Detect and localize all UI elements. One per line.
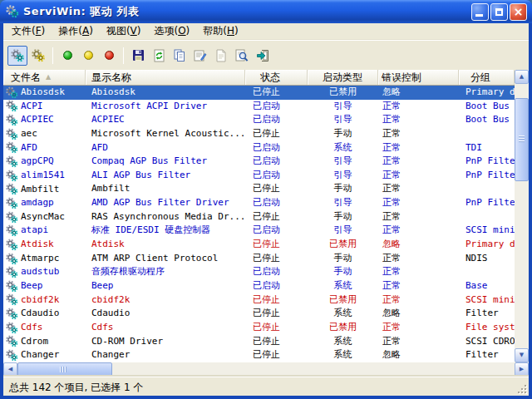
driver-gears-icon: [5, 349, 18, 362]
scroll-down-icon[interactable]: ▼: [515, 348, 529, 362]
table-row[interactable]: ChangerChanger已停止系统忽略Filter: [3, 348, 515, 362]
driver-error-control: 正常: [378, 182, 459, 196]
driver-status: 已停止: [245, 335, 308, 349]
toolbar-separator: [52, 47, 53, 64]
driver-status: 已停止: [245, 307, 308, 321]
exit-button[interactable]: [253, 46, 273, 66]
column-label: 文件名: [11, 70, 41, 85]
table-row[interactable]: CdfsCdfs已停止已禁用正常File syste: [3, 321, 515, 335]
driver-status: 已启动: [245, 279, 308, 293]
driver-group: PnP Filter: [459, 169, 515, 183]
driver-display-name: Microsoft ACPI Driver: [86, 100, 245, 114]
properties-button[interactable]: [190, 46, 210, 66]
minimize-button[interactable]: [471, 3, 489, 21]
driver-group: File syste: [459, 321, 515, 335]
column-header-error-control[interactable]: 错误控制: [378, 70, 459, 85]
column-header-filename[interactable]: 文件名 ▲: [3, 70, 86, 85]
horizontal-scroll-thumb[interactable]: [17, 362, 112, 377]
driver-group: PnP Filter: [459, 196, 515, 210]
column-header-status[interactable]: 状态: [245, 70, 308, 85]
copy-button[interactable]: [170, 46, 190, 66]
table-row[interactable]: agpCPQCompaq AGP Bus Filter已启动引导正常PnP Fi…: [3, 155, 515, 169]
driver-status: 已停止: [245, 182, 308, 196]
find-button[interactable]: [232, 46, 252, 66]
document-icon: [215, 49, 227, 62]
maximize-button[interactable]: [490, 3, 508, 21]
driver-gears-icon: [5, 170, 18, 182]
drivers-view-button[interactable]: [7, 46, 27, 66]
stop-icon: [105, 51, 114, 60]
horizontal-scroll-track[interactable]: [17, 362, 515, 377]
scroll-right-icon[interactable]: ▶: [515, 362, 529, 377]
statusbar: 总共 142 个项目, 已选择 1 个: [3, 377, 529, 396]
driver-group: [459, 210, 515, 224]
table-row[interactable]: ACPIECACPIEC已启动引导正常Boot Bus Ex: [3, 113, 515, 127]
table-row[interactable]: AsyncMacRAS Asynchronous Media Dr...已停止手…: [3, 210, 515, 224]
driver-display-name: ACPIEC: [86, 113, 245, 127]
sort-asc-icon: ▲: [46, 74, 51, 81]
table-row[interactable]: aecMicrosoft Kernel Acoustic...已停止手动正常: [3, 127, 515, 141]
driver-gears-icon: [5, 100, 18, 112]
scroll-up-icon[interactable]: ▲: [515, 70, 529, 84]
table-row[interactable]: alim1541ALI AGP Bus Filter已启动引导正常PnP Fil…: [3, 169, 515, 183]
stop-driver-button[interactable]: [99, 46, 119, 66]
menu-file[interactable]: 文件(F): [5, 22, 52, 41]
close-button[interactable]: ×: [510, 3, 527, 21]
table-row[interactable]: BeepBeep已启动系统正常Base: [3, 279, 515, 293]
table-row[interactable]: AbiosdskAbiosdsk已停止已禁用忽略Primary dis: [3, 86, 515, 100]
table-row[interactable]: AtmarpcATM ARP Client Protocol已停止手动正常NDI…: [3, 252, 515, 266]
list-main: 文件名 ▲ 显示名称 状态 启动类型 错误控制 分组 AbiosdskAbios…: [3, 70, 515, 362]
table-row[interactable]: AtdiskAtdisk已停止已禁用忽略Primary dis: [3, 238, 515, 252]
pause-driver-button[interactable]: [78, 46, 98, 66]
table-row[interactable]: AFDAFD已启动系统正常TDI: [3, 141, 515, 155]
driver-filename: audstub: [21, 265, 59, 279]
driver-status: 已启动: [245, 265, 308, 279]
table-row[interactable]: CdromCD-ROM Driver已停止系统正常SCSI CDROM: [3, 335, 515, 349]
services-view-button[interactable]: [28, 46, 48, 66]
table-row[interactable]: CdaudioCdaudio已停止系统忽略Filter: [3, 307, 515, 321]
driver-group: [459, 265, 515, 279]
column-header-group[interactable]: 分组: [459, 70, 515, 85]
table-row[interactable]: atapi标准 IDE/ESDI 硬盘控制器已启动引导正常SCSI minip: [3, 224, 515, 238]
menu-action[interactable]: 操作(A): [52, 22, 100, 41]
driver-group: Primary dis: [459, 86, 515, 100]
titlebar[interactable]: ServiWin: 驱动 列表 ×: [0, 0, 532, 23]
column-header-startup-type[interactable]: 启动类型: [308, 70, 378, 85]
resize-grip[interactable]: [516, 383, 528, 395]
driver-filename: cbidf2k: [21, 293, 59, 308]
table-row[interactable]: cbidf2kcbidf2k已停止已禁用正常SCSI minip: [3, 293, 515, 308]
menu-options[interactable]: 选项(O): [147, 22, 196, 41]
column-header-display-name[interactable]: 显示名称: [86, 70, 245, 85]
driver-status: 已停止: [245, 86, 308, 100]
refresh-button[interactable]: [149, 46, 169, 66]
scroll-left-icon[interactable]: ◀: [3, 362, 17, 377]
driver-startup-type: 手动: [308, 252, 378, 266]
app-gears-icon: [5, 5, 19, 18]
driver-startup-type: 已禁用: [308, 86, 378, 100]
table-row[interactable]: audstub音频存根驱动程序已启动手动正常: [3, 265, 515, 279]
menu-help[interactable]: 帮助(H): [196, 22, 244, 41]
driver-group: SCSI minip: [459, 224, 515, 238]
driver-error-control: 忽略: [378, 307, 459, 321]
table-row[interactable]: amdagpAMD AGP Bus Filter Driver已启动引导正常Pn…: [3, 196, 515, 210]
table-row[interactable]: ACPIMicrosoft ACPI Driver已启动引导正常Boot Bus…: [3, 100, 515, 114]
start-driver-button[interactable]: [57, 46, 77, 66]
vertical-scroll-thumb[interactable]: [515, 98, 529, 181]
save-button[interactable]: [128, 46, 148, 66]
table-row[interactable]: AmbfiltAmbfilt已停止手动正常: [3, 182, 515, 196]
horizontal-scrollbar[interactable]: ◀ ▶: [3, 362, 529, 377]
driver-status: 已启动: [245, 196, 308, 210]
driver-startup-type: 引导: [308, 113, 378, 127]
driver-status: 已启动: [245, 100, 308, 114]
driver-display-name: CD-ROM Driver: [86, 335, 245, 349]
vertical-scroll-track[interactable]: [515, 84, 529, 348]
driver-status: 已停止: [245, 321, 308, 335]
driver-display-name: AMD AGP Bus Filter Driver: [86, 196, 245, 210]
properties-icon: [194, 49, 207, 62]
driver-filename: ACPI: [21, 100, 43, 114]
driver-status: 已停止: [245, 252, 308, 266]
vertical-scrollbar[interactable]: ▲ ▼: [515, 70, 529, 362]
driver-error-control: 正常: [378, 210, 459, 224]
menu-view[interactable]: 视图(V): [100, 22, 148, 41]
html-report-button[interactable]: [211, 46, 231, 66]
